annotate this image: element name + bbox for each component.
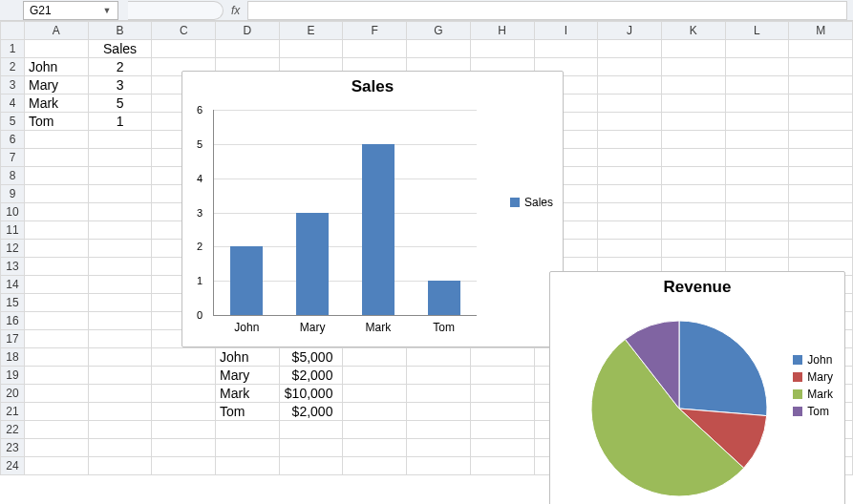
cell-A22[interactable] bbox=[25, 421, 89, 439]
cell-L5[interactable] bbox=[725, 113, 789, 131]
column-header-H[interactable]: H bbox=[470, 22, 534, 40]
cell-D24[interactable] bbox=[216, 457, 280, 475]
cell-D1[interactable] bbox=[216, 40, 280, 58]
name-box-dropdown-icon[interactable]: ▼ bbox=[102, 6, 112, 15]
cell-C19[interactable] bbox=[152, 367, 216, 385]
cell-K3[interactable] bbox=[661, 76, 725, 94]
column-header-E[interactable]: E bbox=[279, 22, 343, 40]
cell-B21[interactable] bbox=[88, 403, 152, 421]
cell-D20[interactable]: Mark bbox=[216, 385, 280, 403]
cell-B20[interactable] bbox=[88, 385, 152, 403]
cell-I1[interactable] bbox=[534, 40, 598, 58]
cell-F18[interactable] bbox=[343, 348, 407, 367]
cell-B3[interactable]: 3 bbox=[88, 76, 152, 94]
row-header-4[interactable]: 4 bbox=[1, 94, 25, 113]
row-header-12[interactable]: 12 bbox=[1, 240, 25, 258]
cell-B7[interactable] bbox=[88, 149, 152, 167]
cell-H1[interactable] bbox=[470, 40, 534, 58]
cell-A21[interactable] bbox=[25, 403, 89, 421]
column-header-B[interactable]: B bbox=[88, 22, 152, 40]
cell-A9[interactable] bbox=[25, 185, 89, 203]
cell-C22[interactable] bbox=[152, 421, 216, 439]
cell-E23[interactable] bbox=[279, 439, 343, 457]
cell-B2[interactable]: 2 bbox=[88, 58, 152, 76]
cell-A16[interactable] bbox=[25, 312, 89, 330]
cell-K1[interactable] bbox=[661, 40, 725, 58]
cell-A24[interactable] bbox=[25, 457, 89, 475]
cell-G1[interactable] bbox=[407, 40, 471, 58]
chart-revenue[interactable]: Revenue JohnMaryMarkTom bbox=[549, 271, 845, 504]
cell-E1[interactable] bbox=[279, 40, 343, 58]
cell-G18[interactable] bbox=[407, 348, 471, 367]
cell-B12[interactable] bbox=[88, 240, 152, 258]
cell-M8[interactable] bbox=[789, 167, 853, 185]
cell-A5[interactable]: Tom bbox=[25, 113, 89, 131]
cell-J7[interactable] bbox=[598, 149, 662, 167]
cell-L12[interactable] bbox=[725, 240, 789, 258]
cell-K8[interactable] bbox=[661, 167, 725, 185]
cell-F23[interactable] bbox=[343, 439, 407, 457]
cell-A6[interactable] bbox=[25, 131, 89, 149]
cell-E22[interactable] bbox=[279, 421, 343, 439]
column-header-J[interactable]: J bbox=[598, 22, 662, 40]
cell-L9[interactable] bbox=[725, 185, 789, 203]
cell-A17[interactable] bbox=[25, 330, 89, 348]
cell-B23[interactable] bbox=[88, 439, 152, 457]
cell-H20[interactable] bbox=[470, 385, 534, 403]
cell-G22[interactable] bbox=[407, 421, 471, 439]
cell-A19[interactable] bbox=[25, 367, 89, 385]
cell-G23[interactable] bbox=[407, 439, 471, 457]
cell-H24[interactable] bbox=[470, 457, 534, 475]
cell-M1[interactable] bbox=[789, 40, 853, 58]
cell-B13[interactable] bbox=[88, 258, 152, 276]
cell-K6[interactable] bbox=[661, 131, 725, 149]
cell-A10[interactable] bbox=[25, 203, 89, 221]
row-header-15[interactable]: 15 bbox=[1, 294, 25, 312]
cell-C21[interactable] bbox=[152, 403, 216, 421]
row-header-6[interactable]: 6 bbox=[1, 131, 25, 149]
cell-A18[interactable] bbox=[25, 348, 89, 367]
cell-B14[interactable] bbox=[88, 276, 152, 294]
cell-C20[interactable] bbox=[152, 385, 216, 403]
cell-E20[interactable]: $10,000 bbox=[279, 385, 343, 403]
row-header-20[interactable]: 20 bbox=[1, 385, 25, 403]
column-header-G[interactable]: G bbox=[407, 22, 471, 40]
cell-L7[interactable] bbox=[725, 149, 789, 167]
column-header-D[interactable]: D bbox=[216, 22, 280, 40]
cell-E18[interactable]: $5,000 bbox=[279, 348, 343, 367]
cell-L3[interactable] bbox=[725, 76, 789, 94]
cell-E21[interactable]: $2,000 bbox=[279, 403, 343, 421]
cell-F1[interactable] bbox=[343, 40, 407, 58]
cell-C23[interactable] bbox=[152, 439, 216, 457]
column-header-A[interactable]: A bbox=[25, 22, 89, 40]
cell-D19[interactable]: Mary bbox=[216, 367, 280, 385]
cell-M12[interactable] bbox=[789, 240, 853, 258]
row-header-24[interactable]: 24 bbox=[1, 457, 25, 475]
cell-H18[interactable] bbox=[470, 348, 534, 367]
cell-B22[interactable] bbox=[88, 421, 152, 439]
column-header-K[interactable]: K bbox=[661, 22, 725, 40]
cell-J10[interactable] bbox=[598, 203, 662, 221]
cell-L4[interactable] bbox=[725, 94, 789, 113]
cell-L2[interactable] bbox=[725, 58, 789, 76]
row-header-11[interactable]: 11 bbox=[1, 221, 25, 240]
row-header-8[interactable]: 8 bbox=[1, 167, 25, 185]
cell-B15[interactable] bbox=[88, 294, 152, 312]
cell-E19[interactable]: $2,000 bbox=[279, 367, 343, 385]
cell-K4[interactable] bbox=[661, 94, 725, 113]
cell-K5[interactable] bbox=[661, 113, 725, 131]
cell-M5[interactable] bbox=[789, 113, 853, 131]
cell-A3[interactable]: Mary bbox=[25, 76, 89, 94]
cell-F19[interactable] bbox=[343, 367, 407, 385]
row-header-16[interactable]: 16 bbox=[1, 312, 25, 330]
cell-B4[interactable]: 5 bbox=[88, 94, 152, 113]
cell-A15[interactable] bbox=[25, 294, 89, 312]
cell-H21[interactable] bbox=[470, 403, 534, 421]
bar-Tom[interactable] bbox=[428, 281, 460, 315]
pie-slice-John[interactable] bbox=[679, 321, 767, 416]
cell-K11[interactable] bbox=[661, 221, 725, 240]
row-header-14[interactable]: 14 bbox=[1, 276, 25, 294]
cell-H19[interactable] bbox=[470, 367, 534, 385]
cell-B1[interactable]: Sales bbox=[88, 40, 152, 58]
cell-F22[interactable] bbox=[343, 421, 407, 439]
